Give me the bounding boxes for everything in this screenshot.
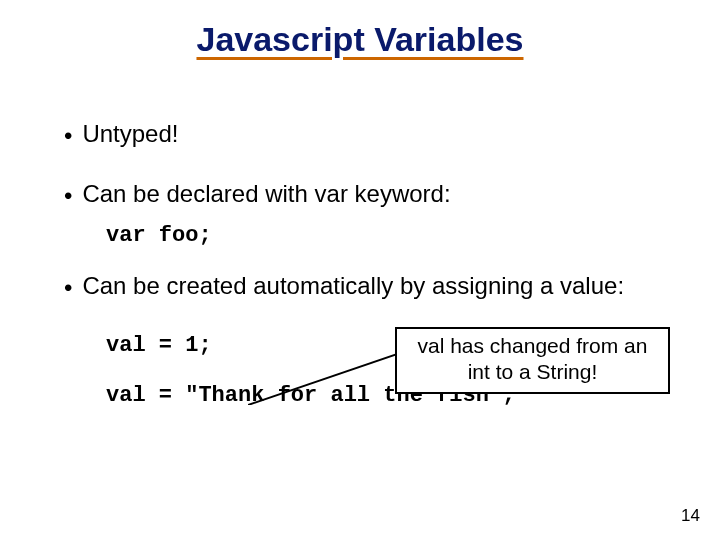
page-number: 14 [681,506,700,526]
bullet-dot: • [64,272,72,304]
bullet-dot: • [64,120,72,152]
callout-line-1: val has changed from an [407,333,658,359]
callout-line-2: int to a String! [407,359,658,385]
slide-title: Javascript Variables [0,20,720,59]
bullet-2: • Can be declared with var keyword: [64,178,680,212]
callout-box: val has changed from an int to a String! [395,327,670,394]
bullet-2-text: Can be declared with var keyword: [82,178,680,212]
bullet-dot: • [64,180,72,212]
slide: Javascript Variables • Untyped! • Can be… [0,0,720,540]
bullet-3-text: Can be created automatically by assignin… [82,270,680,304]
code-line-1: var foo; [106,221,680,251]
bullet-1: • Untyped! [64,118,680,152]
bullet-1-text: Untyped! [82,118,680,152]
bullet-3: • Can be created automatically by assign… [64,270,680,304]
